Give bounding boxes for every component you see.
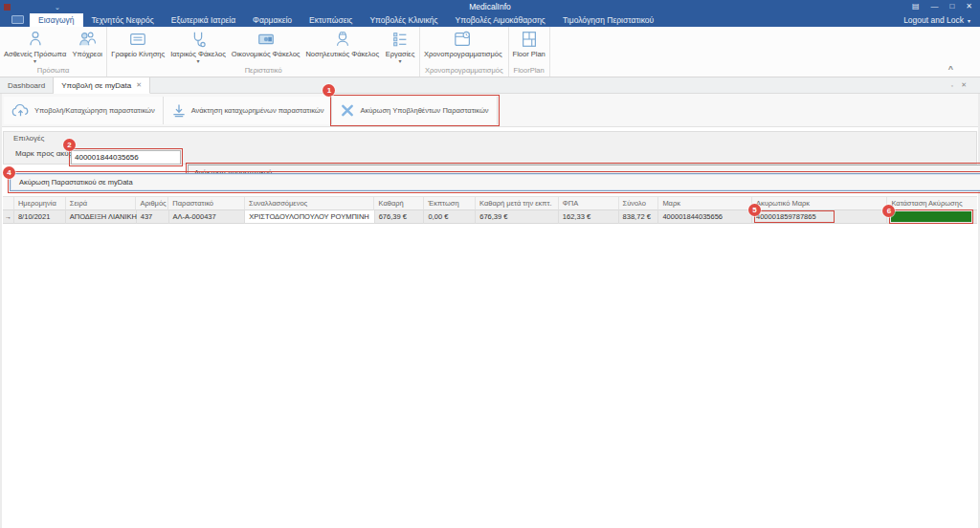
button-label: Γραφείο Κίνησης	[111, 50, 165, 58]
button-label: Ακύρωση Υποβληθέντων Παραστατικών	[360, 106, 488, 115]
row-indicator-header	[3, 196, 14, 210]
column-header[interactable]: Έκπτωση	[424, 196, 476, 210]
close-icon[interactable]: ✕	[966, 3, 972, 11]
nurse-icon	[333, 30, 352, 49]
button-label: Οικονομικός Φάκελος	[232, 50, 301, 58]
window-title: MedicalInfo	[0, 2, 980, 11]
table-row[interactable]: → 8/10/2021 ΑΠΟΔΕΙΞΗ ΛΙΑΝΙΚΗΣ ΣΕΙΡΑ 437 …	[3, 210, 977, 224]
ribbon-group-peristatiko: Γραφείο Κίνησης Ιατρικός Φάκελος ▾	[107, 27, 420, 77]
cell-kathari[interactable]: 676,39 €	[375, 210, 425, 224]
tab-dashboard[interactable]: Dashboard	[0, 77, 54, 93]
medicalinfo-window: ⌄ MedicalInfo ▤ — □ ✕ Εισαγωγή Τεχνητός …	[0, 0, 980, 528]
tab-ypovoli-se-mydata[interactable]: Υποβολή σε myData ✕	[54, 77, 150, 94]
retrieve-registered-invoices-button[interactable]: Ανάκτηση καταχωρημένων παραστατικών	[164, 97, 333, 124]
money-icon	[256, 30, 276, 49]
tab-exoterika-iatreia[interactable]: Εξωτερικά Ιατρεία	[163, 13, 244, 27]
tab-ektyposeis[interactable]: Εκτυπώσεις	[301, 13, 361, 27]
schedule-calendar-icon	[453, 30, 474, 49]
collapse-ribbon-icon[interactable]: ^	[948, 64, 953, 74]
group-label-xronoprogrammatismos: Χρονοπρογραμματισμός	[421, 66, 507, 77]
stethoscope-icon	[189, 30, 208, 49]
column-header[interactable]: Συναλλασσόμενος	[245, 196, 374, 210]
ypochreoi-button[interactable]: Υπόχρεοι	[69, 27, 105, 66]
cell-arithmos[interactable]: 437	[137, 210, 169, 224]
group-label-prosopa: Πρόσωπα	[1, 66, 105, 77]
tab-farmakeio[interactable]: Φαρμακείο	[244, 13, 301, 27]
tab-timologisi-peristatikou[interactable]: Τιμολόγηση Περιστατικού	[554, 13, 662, 27]
column-header[interactable]: Κατάσταση Ακύρωσης	[887, 196, 977, 210]
iatrikos-fakelos-button[interactable]: Ιατρικός Φάκελος ▾	[167, 27, 229, 66]
application-menu-icon[interactable]	[11, 15, 24, 24]
cell-synolo[interactable]: 838,72 €	[619, 210, 659, 224]
close-tab-icon[interactable]: ✕	[136, 81, 142, 89]
column-header[interactable]: Ακυρωτικό Μαρκ	[752, 196, 887, 210]
column-header[interactable]: Αριθμός	[136, 196, 168, 210]
cell-kathari-meta[interactable]: 676,39 €	[476, 210, 559, 224]
content-area: Υποβολή/Καταχώρηση παραστατικών Ανάκτηση…	[0, 94, 980, 528]
floor-plan-button[interactable]: Floor Plan	[510, 27, 548, 66]
column-header[interactable]: Παραστατικό	[168, 196, 245, 210]
ribbon: Ασθενείς Πρόσωπα ▾ Υπόχρεοι Πρόσωπα	[0, 27, 980, 77]
submit-invoices-button[interactable]: Υποβολή/Καταχώρηση παραστατικών	[4, 97, 164, 124]
nosileftikos-fakelos-button[interactable]: Νοσηλευτικός Φάκελος	[302, 27, 382, 66]
invoices-grid: Ημερομηνία Σειρά Αριθμός Παραστατικό Συν…	[3, 196, 977, 224]
button-label: Ιατρικός Φάκελος	[170, 50, 226, 58]
cancellation-mark-value: 400001859787865	[756, 212, 833, 221]
caret-down-icon: ▾	[398, 58, 401, 65]
cell-synallassomenos[interactable]: ΧΡΙΣΤΟΔΟΥΛΟΠΟΥΛΟΥ ΡΟΥΜΠΙΝΗ	[245, 210, 374, 224]
cancel-invoice-mydata-button[interactable]: 4 Ακύρωση Παραστατικού σε myData	[10, 173, 980, 191]
ribbon-group-prosopa: Ασθενείς Πρόσωπα ▾ Υπόχρεοι Πρόσωπα	[0, 27, 107, 77]
mark-to-cancel-input[interactable]	[71, 150, 181, 165]
group-label-peristatiko: Περιστατικό	[108, 66, 418, 77]
cloud-upload-icon	[11, 103, 30, 118]
tab-eisagogi[interactable]: Εισαγωγή	[30, 13, 83, 27]
switch-window-icon[interactable]: ▤	[912, 3, 920, 11]
button-label: Υπόχρεοι	[72, 50, 102, 58]
tab-label: Υποβολή σε myData	[61, 81, 131, 90]
minimize-icon[interactable]: —	[930, 3, 938, 11]
document-tab-bar: Dashboard Υποβολή σε myData ✕ ◦ ✕	[0, 77, 980, 94]
oikonomikos-fakelos-button[interactable]: Οικονομικός Φάκελος	[229, 27, 303, 66]
tab-ypovoles-aimokatharsis[interactable]: Υποβολές Αιμοκάθαρσης	[447, 13, 554, 27]
button-label: Ασθενείς Πρόσωπα	[4, 50, 66, 58]
cell-akyrotiko-mark[interactable]: 400001859787865 5	[752, 210, 887, 224]
column-header[interactable]: ΦΠΑ	[559, 196, 619, 210]
cancel-submitted-invoices-button[interactable]: 1 Ακύρωση Υποβληθέντων Παραστατικών	[332, 97, 497, 124]
cell-fpa[interactable]: 162,33 €	[559, 210, 619, 224]
patients-persons-button[interactable]: Ασθενείς Πρόσωπα ▾	[1, 27, 69, 66]
grafeio-kinisis-button[interactable]: Γραφείο Κίνησης	[108, 27, 167, 66]
cell-parastatiko[interactable]: ΑΛ-Α-000437	[169, 210, 246, 224]
close-document-icon[interactable]: ✕	[961, 81, 967, 89]
ergasies-button[interactable]: Εργασίες ▾	[382, 27, 418, 66]
title-bar: ⌄ MedicalInfo ▤ — □ ✕	[0, 0, 980, 13]
column-header[interactable]: Σειρά	[66, 196, 137, 210]
cell-imerominia[interactable]: 8/10/2021	[14, 210, 66, 224]
ribbon-tab-bar: Εισαγωγή Τεχνητός Νεφρός Εξωτερικά Ιατρε…	[0, 13, 980, 27]
person-icon	[26, 30, 45, 49]
restore-icon[interactable]: □	[949, 3, 954, 11]
button-label: Χρονοπρογραμματισμός	[424, 50, 502, 58]
tab-ypovoles-klinikis[interactable]: Υποβολές Κλινικής	[361, 13, 446, 27]
current-row-arrow-icon: →	[5, 213, 11, 220]
row-indicator: →	[3, 210, 14, 224]
logout-and-lock-button[interactable]: Logout and Lock ▾	[903, 13, 980, 27]
cell-seira[interactable]: ΑΠΟΔΕΙΞΗ ΛΙΑΝΙΚΗΣ ΣΕΙΡΑ	[66, 210, 137, 224]
mydata-toolbar: Υποβολή/Καταχώρηση παραστατικών Ανάκτηση…	[2, 94, 978, 127]
button-label: Νοσηλευτικός Φάκελος	[305, 50, 379, 58]
caret-down-icon: ▾	[33, 58, 36, 65]
column-header[interactable]: Ημερομηνία	[14, 196, 66, 210]
dock-menu-icon[interactable]: ◦	[951, 82, 953, 89]
column-header[interactable]: Σύνολο	[619, 196, 659, 210]
cell-mark[interactable]: 400001844035656	[658, 210, 752, 224]
group-label-floorplan: FloorPlan	[510, 66, 548, 77]
scheduling-button[interactable]: Χρονοπρογραμματισμός	[421, 27, 505, 66]
annotation-badge-5: 5	[748, 204, 761, 216]
cell-katastasi-akyrosis[interactable]: 6	[887, 210, 977, 224]
cell-ekptosi[interactable]: 0,00 €	[424, 210, 476, 224]
floor-plan-icon	[520, 30, 539, 49]
grid-header-row: Ημερομηνία Σειρά Αριθμός Παραστατικό Συν…	[3, 196, 977, 210]
tab-texnitos-nefros[interactable]: Τεχνητός Νεφρός	[83, 13, 163, 27]
column-header[interactable]: Μαρκ	[658, 196, 752, 210]
column-header[interactable]: Καθαρή	[374, 196, 424, 210]
column-header[interactable]: Καθαρή μετά την εκπτ.	[476, 196, 559, 210]
